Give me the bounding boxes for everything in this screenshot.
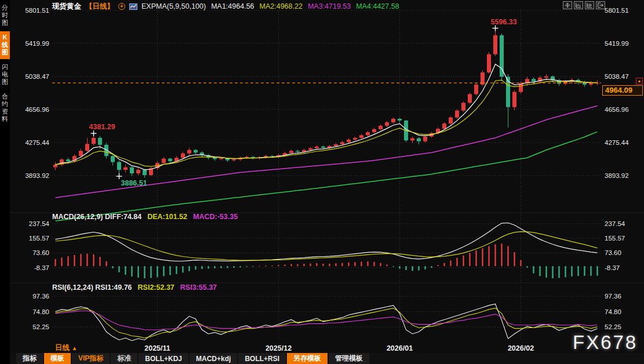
- rsi-axis-tick-label: 52.25: [32, 323, 49, 330]
- macd-hist-bar: [437, 265, 438, 266]
- macd-axis-tick-label: 73.60: [605, 249, 621, 256]
- sidebar-tab-4[interactable]: 合约资料: [0, 90, 10, 126]
- macd-axis-tick-label: -8.37: [605, 264, 620, 271]
- toolbar-item-4[interactable]: 标准: [111, 353, 137, 364]
- candle-body: [92, 138, 96, 144]
- candle-body: [181, 154, 185, 158]
- toolbar-item-7[interactable]: BOLL+RSI: [238, 353, 286, 364]
- crosshair-icon[interactable]: [563, 1, 572, 9]
- candle-body: [359, 135, 363, 137]
- sidebar-tab-char: K: [0, 34, 10, 41]
- macd-hist-bar: [380, 263, 381, 267]
- pane-play-icon[interactable]: [585, 1, 594, 9]
- rsi-value: RSI3:55.37: [180, 283, 217, 292]
- macd-hist-bar: [494, 245, 496, 267]
- candle-body: [334, 144, 338, 146]
- macd-hist-bar: [176, 266, 177, 274]
- macd-hist-bar: [131, 266, 132, 276]
- sidebar-tab-3[interactable]: 闪电图: [0, 61, 10, 89]
- add-indicator-icon[interactable]: +: [118, 3, 125, 10]
- sidebar-tab-1[interactable]: 分时图: [0, 2, 10, 30]
- macd-hist-bar: [596, 266, 598, 275]
- candle-body: [219, 158, 223, 159]
- sidebar: 分时图K线图闪电图合约资料: [0, 0, 10, 364]
- candle-body: [143, 170, 147, 175]
- chart-header: 现货黄金 【日线】 + EXPMA(5,9,50,100)MA1:4964.56…: [52, 2, 405, 11]
- macd-hist-bar: [463, 256, 464, 267]
- month-tick-label: 2025/11: [144, 344, 170, 352]
- macd-hist-bar: [259, 266, 260, 267]
- macd-hist-bar: [571, 266, 572, 276]
- chart-canvas[interactable]: 5801.515801.515419.995419.995038.475038.…: [0, 0, 644, 364]
- macd-hist-bar: [118, 266, 119, 272]
- sidebar-tab-2[interactable]: K线图: [0, 31, 10, 59]
- candle-body: [79, 151, 83, 156]
- macd-hist-bar: [290, 264, 292, 266]
- candle-body: [213, 158, 217, 159]
- macd-hist-bar: [526, 266, 527, 267]
- macd-hist-bar: [424, 266, 425, 270]
- rsi-value: RSI2:52.37: [138, 283, 174, 292]
- sidebar-tab-char: 料: [0, 115, 10, 123]
- toolbar-item-2[interactable]: 模板: [44, 353, 71, 364]
- current-price-badge: 4964.09: [602, 85, 643, 96]
- toolbar-item-3[interactable]: VIP指标: [72, 353, 110, 364]
- macd-dea-line: [56, 232, 598, 260]
- pane-export-icon[interactable]: [596, 1, 605, 9]
- chart-type-icon[interactable]: [129, 3, 137, 10]
- macd-hist-bar: [188, 266, 190, 271]
- candle-body: [53, 165, 57, 167]
- toolbar-item-9[interactable]: 管理模板: [329, 353, 369, 364]
- macd-hist-bar: [163, 266, 164, 276]
- macd-hist-bar: [552, 266, 553, 278]
- period-tag[interactable]: 【日线】: [85, 2, 114, 12]
- toolbar-item-1[interactable]: 指标: [16, 353, 43, 364]
- candle-body: [442, 123, 446, 129]
- price-axis-tick-label: 4656.96: [25, 106, 49, 113]
- toolbar-item-5[interactable]: BOLL+KDJ: [139, 353, 188, 364]
- arrow-up-icon: ▲: [71, 345, 77, 351]
- macd-hist-bar: [208, 266, 209, 268]
- candle-body: [532, 79, 536, 81]
- candle-body: [353, 138, 357, 140]
- macd-hist-bar: [399, 266, 400, 268]
- macd-hist-bar: [386, 264, 387, 266]
- macd-hist-bar: [233, 266, 234, 268]
- candle-body: [385, 122, 389, 126]
- candle-body: [289, 151, 293, 153]
- candle-body: [296, 151, 300, 151]
- macd-hist-bar: [80, 254, 81, 266]
- macd-hist-bar: [239, 266, 241, 267]
- rsi-axis-tick-label: 97.36: [32, 293, 49, 300]
- toolbar-item-8[interactable]: 另存模板: [287, 353, 328, 364]
- window-controls: [563, 1, 605, 9]
- candle-body: [366, 132, 370, 135]
- candle-body: [111, 156, 115, 162]
- rsi-axis-tick-label: 97.36: [605, 293, 621, 300]
- macd-hist-bar: [227, 266, 228, 268]
- sidebar-tab-char: 闪: [0, 63, 10, 71]
- period-selector[interactable]: 日线 ▲: [55, 343, 77, 353]
- macd-hist-bar: [74, 255, 75, 266]
- sidebar-tab-char: 图: [0, 19, 10, 27]
- candle-body: [321, 147, 325, 148]
- macd-hist-bar: [373, 262, 374, 266]
- ma4-line: [56, 132, 598, 221]
- macd-hist-bar: [195, 266, 196, 270]
- rsi-axis-tick-label: 52.25: [605, 323, 621, 330]
- pane-left-icon[interactable]: [574, 1, 583, 9]
- macd-hist-bar: [271, 265, 272, 266]
- macd-hist-bar: [431, 266, 432, 268]
- rsi-value: RSI(6,12,24) RSI1:49.76: [52, 283, 132, 292]
- price-axis-tick-label: 3893.92: [605, 172, 629, 179]
- candle-body: [117, 162, 121, 170]
- macd-hist-bar: [329, 264, 330, 266]
- macd-hist-bar: [246, 266, 247, 267]
- candle-body: [187, 150, 191, 154]
- macd-hist-bar: [201, 266, 202, 269]
- toolbar-item-6[interactable]: MACD+kdj: [190, 353, 237, 364]
- candle-body: [487, 54, 491, 72]
- macd-hist-bar: [278, 265, 279, 266]
- price-alert-icon[interactable]: ▲: [636, 78, 643, 85]
- price-annotation: 3886.51: [121, 179, 147, 187]
